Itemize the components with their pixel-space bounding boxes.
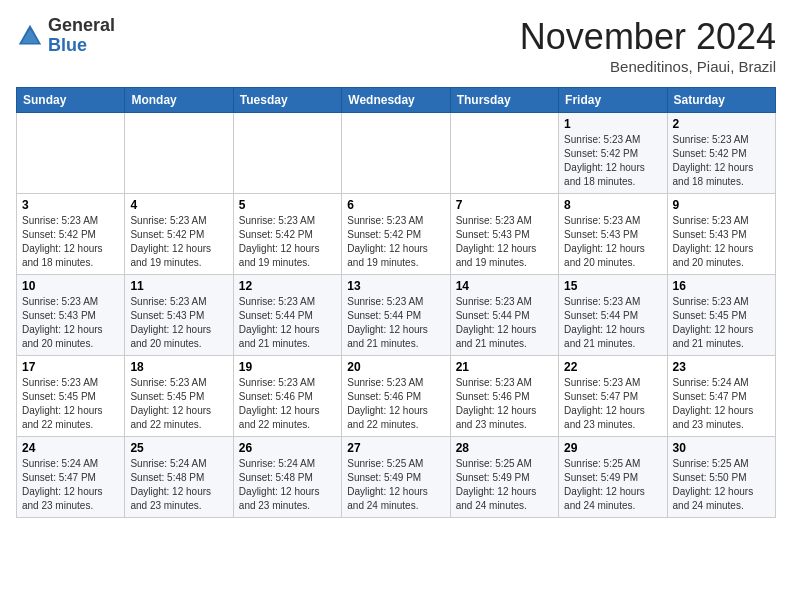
day-number: 5 <box>239 198 336 212</box>
calendar-cell: 19Sunrise: 5:23 AM Sunset: 5:46 PM Dayli… <box>233 356 341 437</box>
day-number: 28 <box>456 441 553 455</box>
day-info: Sunrise: 5:23 AM Sunset: 5:42 PM Dayligh… <box>564 133 661 189</box>
day-number: 11 <box>130 279 227 293</box>
calendar-cell: 6Sunrise: 5:23 AM Sunset: 5:42 PM Daylig… <box>342 194 450 275</box>
calendar-cell <box>342 113 450 194</box>
weekday-header-friday: Friday <box>559 88 667 113</box>
calendar-header: SundayMondayTuesdayWednesdayThursdayFrid… <box>17 88 776 113</box>
calendar-cell: 25Sunrise: 5:24 AM Sunset: 5:48 PM Dayli… <box>125 437 233 518</box>
day-info: Sunrise: 5:23 AM Sunset: 5:42 PM Dayligh… <box>673 133 770 189</box>
day-number: 6 <box>347 198 444 212</box>
day-info: Sunrise: 5:23 AM Sunset: 5:44 PM Dayligh… <box>347 295 444 351</box>
day-info: Sunrise: 5:24 AM Sunset: 5:47 PM Dayligh… <box>22 457 119 513</box>
day-info: Sunrise: 5:25 AM Sunset: 5:49 PM Dayligh… <box>564 457 661 513</box>
calendar-table: SundayMondayTuesdayWednesdayThursdayFrid… <box>16 87 776 518</box>
day-info: Sunrise: 5:23 AM Sunset: 5:44 PM Dayligh… <box>239 295 336 351</box>
day-number: 19 <box>239 360 336 374</box>
location: Beneditinos, Piaui, Brazil <box>520 58 776 75</box>
day-number: 10 <box>22 279 119 293</box>
day-info: Sunrise: 5:24 AM Sunset: 5:48 PM Dayligh… <box>239 457 336 513</box>
day-info: Sunrise: 5:23 AM Sunset: 5:46 PM Dayligh… <box>456 376 553 432</box>
weekday-header-monday: Monday <box>125 88 233 113</box>
day-number: 12 <box>239 279 336 293</box>
calendar-cell: 24Sunrise: 5:24 AM Sunset: 5:47 PM Dayli… <box>17 437 125 518</box>
day-number: 13 <box>347 279 444 293</box>
day-number: 26 <box>239 441 336 455</box>
day-info: Sunrise: 5:23 AM Sunset: 5:45 PM Dayligh… <box>673 295 770 351</box>
calendar-cell <box>17 113 125 194</box>
weekday-header-wednesday: Wednesday <box>342 88 450 113</box>
day-number: 17 <box>22 360 119 374</box>
day-info: Sunrise: 5:25 AM Sunset: 5:49 PM Dayligh… <box>456 457 553 513</box>
calendar-cell: 22Sunrise: 5:23 AM Sunset: 5:47 PM Dayli… <box>559 356 667 437</box>
calendar-cell: 3Sunrise: 5:23 AM Sunset: 5:42 PM Daylig… <box>17 194 125 275</box>
day-info: Sunrise: 5:23 AM Sunset: 5:47 PM Dayligh… <box>564 376 661 432</box>
calendar-cell: 8Sunrise: 5:23 AM Sunset: 5:43 PM Daylig… <box>559 194 667 275</box>
logo-icon <box>16 22 44 50</box>
calendar-cell: 9Sunrise: 5:23 AM Sunset: 5:43 PM Daylig… <box>667 194 775 275</box>
day-info: Sunrise: 5:23 AM Sunset: 5:43 PM Dayligh… <box>456 214 553 270</box>
calendar-cell: 1Sunrise: 5:23 AM Sunset: 5:42 PM Daylig… <box>559 113 667 194</box>
calendar-week-1: 1Sunrise: 5:23 AM Sunset: 5:42 PM Daylig… <box>17 113 776 194</box>
weekday-header-tuesday: Tuesday <box>233 88 341 113</box>
logo: General Blue <box>16 16 115 56</box>
day-number: 16 <box>673 279 770 293</box>
day-info: Sunrise: 5:25 AM Sunset: 5:50 PM Dayligh… <box>673 457 770 513</box>
day-number: 1 <box>564 117 661 131</box>
calendar-cell: 13Sunrise: 5:23 AM Sunset: 5:44 PM Dayli… <box>342 275 450 356</box>
day-number: 22 <box>564 360 661 374</box>
day-number: 8 <box>564 198 661 212</box>
calendar-cell: 20Sunrise: 5:23 AM Sunset: 5:46 PM Dayli… <box>342 356 450 437</box>
day-number: 4 <box>130 198 227 212</box>
logo-blue: Blue <box>48 35 87 55</box>
calendar-cell: 30Sunrise: 5:25 AM Sunset: 5:50 PM Dayli… <box>667 437 775 518</box>
day-info: Sunrise: 5:24 AM Sunset: 5:47 PM Dayligh… <box>673 376 770 432</box>
day-info: Sunrise: 5:23 AM Sunset: 5:46 PM Dayligh… <box>347 376 444 432</box>
day-number: 18 <box>130 360 227 374</box>
day-info: Sunrise: 5:23 AM Sunset: 5:42 PM Dayligh… <box>22 214 119 270</box>
month-title: November 2024 <box>520 16 776 58</box>
day-info: Sunrise: 5:23 AM Sunset: 5:45 PM Dayligh… <box>130 376 227 432</box>
logo-general: General <box>48 15 115 35</box>
calendar-week-5: 24Sunrise: 5:24 AM Sunset: 5:47 PM Dayli… <box>17 437 776 518</box>
day-number: 23 <box>673 360 770 374</box>
day-number: 2 <box>673 117 770 131</box>
logo-text: General Blue <box>48 16 115 56</box>
weekday-header-sunday: Sunday <box>17 88 125 113</box>
day-info: Sunrise: 5:23 AM Sunset: 5:42 PM Dayligh… <box>130 214 227 270</box>
calendar-cell <box>450 113 558 194</box>
day-number: 24 <box>22 441 119 455</box>
calendar-cell: 11Sunrise: 5:23 AM Sunset: 5:43 PM Dayli… <box>125 275 233 356</box>
calendar-cell: 4Sunrise: 5:23 AM Sunset: 5:42 PM Daylig… <box>125 194 233 275</box>
calendar-cell: 29Sunrise: 5:25 AM Sunset: 5:49 PM Dayli… <box>559 437 667 518</box>
calendar-cell: 27Sunrise: 5:25 AM Sunset: 5:49 PM Dayli… <box>342 437 450 518</box>
calendar-cell: 26Sunrise: 5:24 AM Sunset: 5:48 PM Dayli… <box>233 437 341 518</box>
day-number: 15 <box>564 279 661 293</box>
calendar-cell: 12Sunrise: 5:23 AM Sunset: 5:44 PM Dayli… <box>233 275 341 356</box>
day-info: Sunrise: 5:24 AM Sunset: 5:48 PM Dayligh… <box>130 457 227 513</box>
calendar-cell: 10Sunrise: 5:23 AM Sunset: 5:43 PM Dayli… <box>17 275 125 356</box>
title-block: November 2024 Beneditinos, Piaui, Brazil <box>520 16 776 75</box>
day-info: Sunrise: 5:23 AM Sunset: 5:46 PM Dayligh… <box>239 376 336 432</box>
day-info: Sunrise: 5:25 AM Sunset: 5:49 PM Dayligh… <box>347 457 444 513</box>
day-number: 30 <box>673 441 770 455</box>
day-number: 14 <box>456 279 553 293</box>
calendar-cell: 28Sunrise: 5:25 AM Sunset: 5:49 PM Dayli… <box>450 437 558 518</box>
day-info: Sunrise: 5:23 AM Sunset: 5:42 PM Dayligh… <box>347 214 444 270</box>
day-number: 20 <box>347 360 444 374</box>
calendar-week-4: 17Sunrise: 5:23 AM Sunset: 5:45 PM Dayli… <box>17 356 776 437</box>
calendar-cell: 16Sunrise: 5:23 AM Sunset: 5:45 PM Dayli… <box>667 275 775 356</box>
day-number: 27 <box>347 441 444 455</box>
calendar-week-2: 3Sunrise: 5:23 AM Sunset: 5:42 PM Daylig… <box>17 194 776 275</box>
day-info: Sunrise: 5:23 AM Sunset: 5:44 PM Dayligh… <box>564 295 661 351</box>
day-info: Sunrise: 5:23 AM Sunset: 5:43 PM Dayligh… <box>564 214 661 270</box>
day-number: 21 <box>456 360 553 374</box>
day-number: 3 <box>22 198 119 212</box>
day-info: Sunrise: 5:23 AM Sunset: 5:42 PM Dayligh… <box>239 214 336 270</box>
day-number: 25 <box>130 441 227 455</box>
day-number: 29 <box>564 441 661 455</box>
day-info: Sunrise: 5:23 AM Sunset: 5:44 PM Dayligh… <box>456 295 553 351</box>
calendar-week-3: 10Sunrise: 5:23 AM Sunset: 5:43 PM Dayli… <box>17 275 776 356</box>
page-header: General Blue November 2024 Beneditinos, … <box>16 16 776 75</box>
day-info: Sunrise: 5:23 AM Sunset: 5:43 PM Dayligh… <box>22 295 119 351</box>
